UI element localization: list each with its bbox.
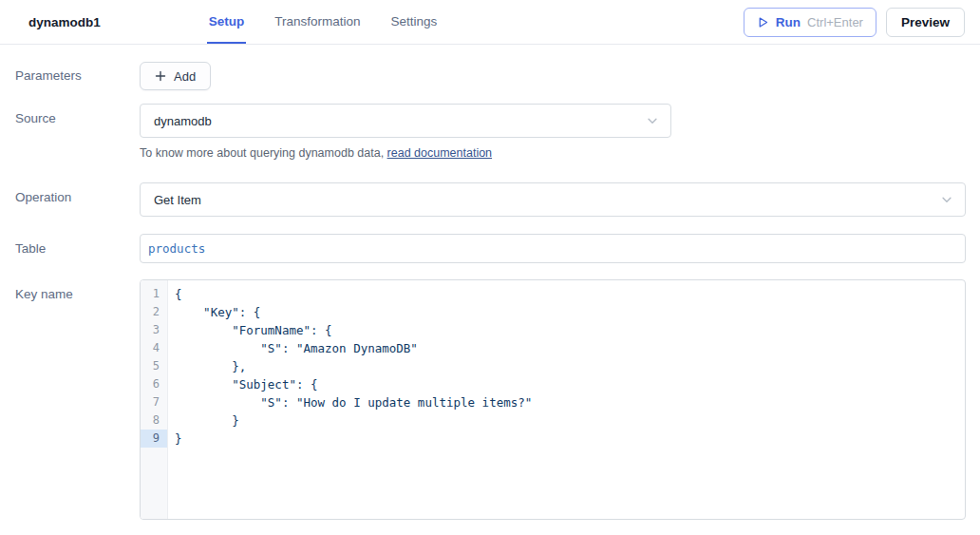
parameters-label: Parameters <box>15 62 140 90</box>
source-row: Source dynamodb To know more about query… <box>0 104 980 160</box>
code-line: "S": "Amazon DynamoDB" <box>168 339 965 357</box>
run-button-label: Run <box>776 15 801 29</box>
table-input-value: products <box>148 241 205 256</box>
source-select[interactable]: dynamodb <box>140 104 671 138</box>
table-input[interactable]: products <box>140 234 966 263</box>
line-number: 5 <box>141 357 167 375</box>
add-parameter-label: Add <box>174 69 196 84</box>
code-line: "Subject": { <box>168 375 965 393</box>
line-number: 6 <box>141 375 167 393</box>
line-number: 4 <box>141 339 167 357</box>
code-line: { <box>168 285 965 303</box>
editor-code-area[interactable]: { "Key": { "ForumName": { "S": "Amazon D… <box>168 280 965 519</box>
query-header: dynamodb1 Setup Transformation Settings … <box>0 0 980 45</box>
tab-transformation[interactable]: Transformation <box>273 0 362 44</box>
source-select-value: dynamodb <box>154 114 212 128</box>
line-number: 7 <box>141 393 167 411</box>
tab-setup[interactable]: Setup <box>207 0 247 44</box>
read-documentation-link[interactable]: read documentation <box>387 146 493 160</box>
source-helper-prefix: To know more about querying dynamodb dat… <box>140 146 387 160</box>
line-number: 2 <box>141 303 167 321</box>
editor-gutter: 1 2 3 4 5 6 7 8 9 <box>141 280 168 519</box>
table-label: Table <box>15 234 140 263</box>
query-tabs: Setup Transformation Settings <box>207 0 466 44</box>
plus-icon <box>155 70 166 82</box>
key-name-label: Key name <box>15 279 140 520</box>
code-line: "Key": { <box>168 303 965 321</box>
run-button-shortcut: Ctrl+Enter <box>807 15 863 29</box>
parameters-row: Parameters Add <box>0 62 980 90</box>
run-button[interactable]: Run Ctrl+Enter <box>744 8 876 37</box>
table-row: Table products <box>0 234 980 263</box>
code-line: } <box>168 430 965 448</box>
header-actions: Run Ctrl+Enter Preview <box>744 0 965 44</box>
operation-select-value: Get Item <box>154 193 201 207</box>
line-number: 8 <box>141 411 167 430</box>
line-number: 3 <box>141 321 167 339</box>
operation-row: Operation Get Item <box>0 182 980 217</box>
key-name-editor[interactable]: 1 2 3 4 5 6 7 8 9 { "Key": { "ForumName"… <box>140 279 966 520</box>
operation-select[interactable]: Get Item <box>140 182 966 217</box>
key-name-row: Key name 1 2 3 4 5 6 7 8 9 { "Key": { "F… <box>0 279 980 520</box>
code-line: }, <box>168 357 965 375</box>
tab-settings[interactable]: Settings <box>389 0 440 44</box>
line-number-active: 9 <box>141 430 167 448</box>
add-parameter-button[interactable]: Add <box>140 62 211 90</box>
code-line: "ForumName": { <box>168 321 965 339</box>
play-icon <box>757 16 769 29</box>
line-number: 1 <box>141 285 167 303</box>
source-helper-text: To know more about querying dynamodb dat… <box>140 146 980 160</box>
chevron-down-icon <box>940 193 953 206</box>
query-name[interactable]: dynamodb1 <box>28 15 101 29</box>
code-line: } <box>168 411 965 430</box>
chevron-down-icon <box>646 114 659 127</box>
operation-label: Operation <box>15 182 140 217</box>
code-line: "S": "How do I update multiple items?" <box>168 393 965 411</box>
source-label: Source <box>15 104 140 160</box>
preview-button[interactable]: Preview <box>886 8 965 37</box>
